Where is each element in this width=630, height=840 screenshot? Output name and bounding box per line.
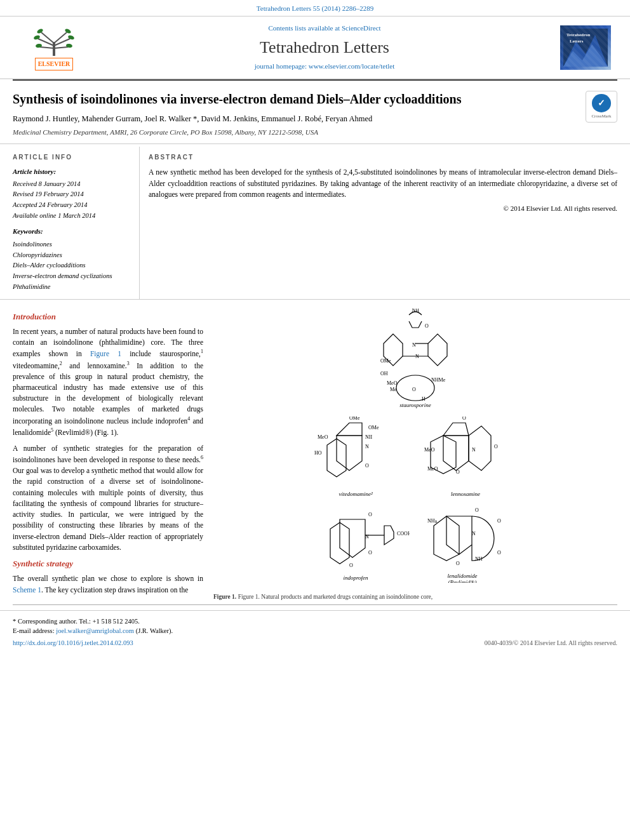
svg-marker-35 [337, 423, 362, 436]
keywords-label: Keywords: [13, 227, 133, 236]
keyword-5: Phthalimidine [13, 282, 133, 293]
staurosporine-molecule: NH N N Me [358, 309, 473, 410]
elsevier-tree-logo [22, 23, 86, 58]
email-name: (J.R. Walker). [136, 627, 173, 634]
svg-text:O: O [412, 387, 416, 392]
email-line: E-mail address: joel.walker@amriglobal.c… [13, 627, 617, 636]
scheme1-link[interactable]: Scheme 1 [13, 586, 41, 594]
lenalidomide-molecule: NH₂ O O NH O N O lenalidomide (Rev [415, 507, 516, 583]
lenalidomide-sublabel: (Revlimid®) [448, 579, 477, 583]
keywords-section: Keywords: Isoindolinones Chloropyridazin… [13, 227, 133, 292]
lennoxamine-svg: MeO MeO O O N O lennoxamine [418, 417, 516, 499]
body-left-column: Introduction In recent years, a number o… [13, 309, 203, 603]
svg-line-3 [40, 47, 54, 48]
revised-date: Revised 19 February 2014 [13, 190, 133, 199]
journal-homepage: journal homepage: www.elsevier.com/locat… [102, 62, 547, 71]
vitedomamine-svg: N NII O HO MeO OMe OMe vitedomamine² [314, 417, 413, 499]
article-title-text-block: Synthesis of isoindolinones via inverse-… [13, 91, 579, 137]
figure-1: NH N N Me [213, 309, 617, 603]
keyword-2: Chloropyridazines [13, 250, 133, 261]
journal-title: Tetrahedron Letters [102, 36, 547, 59]
email-link[interactable]: joel.walker@amriglobal.com [56, 627, 134, 634]
abstract-header: ABSTRACT [149, 153, 617, 162]
svg-text:N: N [365, 444, 369, 450]
svg-text:O: O [456, 469, 460, 475]
svg-text:N: N [472, 531, 476, 537]
svg-text:OMe: OMe [368, 425, 379, 430]
svg-text:OMe: OMe [349, 417, 360, 421]
crossmark-circle: ✓ [592, 94, 611, 112]
svg-text:MeO: MeO [424, 447, 435, 453]
svg-text:COOH: COOH [397, 531, 410, 537]
figure-label: Figure 1. [213, 594, 236, 600]
doi-link[interactable]: http://dx.doi.org/10.1016/j.tetlet.2014.… [13, 639, 133, 648]
keyword-1: Isoindolinones [13, 239, 133, 250]
footer-divider [13, 604, 617, 605]
svg-text:NH: NH [412, 309, 419, 313]
elsevier-footer-logo: http://dx.doi.org/10.1016/j.tetlet.2014.… [13, 639, 133, 648]
elsevier-brand-logo: ELSEVIER [35, 58, 74, 70]
sciencedirect-line: Contents lists available at ScienceDirec… [102, 23, 547, 33]
journal-logo-svg: Tetrahedron Letters [563, 29, 608, 67]
intro-heading: Introduction [13, 311, 203, 323]
svg-text:O: O [456, 561, 460, 566]
synthesis-word: synthesis [60, 500, 87, 507]
svg-text:MeO: MeO [387, 380, 398, 386]
keyword-3: Diels–Alder cycloadditions [13, 260, 133, 271]
svg-text:Me: Me [390, 387, 397, 392]
svg-text:OH: OH [380, 371, 388, 377]
article-title-section: Synthesis of isoindolinones via inverse-… [0, 81, 630, 144]
svg-text:O: O [349, 563, 353, 568]
article-info-abstract-section: ARTICLE INFO Article history: Received 8… [0, 147, 630, 300]
svg-marker-14 [563, 35, 608, 67]
svg-marker-45 [443, 423, 469, 436]
footer-bottom: http://dx.doi.org/10.1016/j.tetlet.2014.… [13, 639, 617, 648]
svg-text:MeO: MeO [318, 434, 328, 440]
vitedomamine-label: vitedomamine² [338, 491, 372, 497]
keywords-list: Isoindolinones Chloropyridazines Diels–A… [13, 239, 133, 293]
crossmark-badge[interactable]: ✓ CrossMark [586, 91, 617, 123]
email-label: E-mail address: [13, 627, 55, 634]
abstract-copyright: © 2014 Elsevier Ltd. All rights reserved… [149, 204, 617, 213]
vitedomamine-molecule: N NII O HO MeO OMe OMe vitedomamine² [314, 417, 413, 499]
svg-text:O: O [368, 512, 372, 517]
journal-header: ELSEVIER Contents lists available at Sci… [0, 17, 630, 79]
svg-marker-20 [428, 334, 447, 366]
article-main-title: Synthesis of isoindolinones via inverse-… [13, 91, 579, 107]
figure1-link[interactable]: Figure 1 [90, 350, 121, 357]
indoprofen-label: indoprofen [343, 575, 368, 581]
keyword-4: Inverse-electron demand cyclizations [13, 271, 133, 282]
the-word: The [13, 575, 24, 582]
author-affiliation: Medicinal Chemistry Department, AMRI, 26… [13, 128, 579, 137]
svg-text:O: O [497, 550, 501, 556]
accepted-date: Accepted 24 February 2014 [13, 201, 133, 210]
svg-text:O: O [462, 417, 466, 421]
abstract-column: ABSTRACT A new synthetic method has been… [140, 147, 617, 299]
svg-text:N: N [365, 534, 369, 540]
journal-logo-right: Tetrahedron Letters [554, 25, 617, 70]
svg-marker-57 [384, 526, 394, 545]
corresponding-author-note: * Corresponding author. Tel.: +1 518 512… [13, 617, 617, 627]
article-info-header: ARTICLE INFO [13, 153, 133, 162]
journal-brand-box: Tetrahedron Letters [560, 25, 611, 70]
svg-text:NHMe: NHMe [431, 377, 446, 383]
sciencedirect-link-text[interactable]: ScienceDirect [342, 24, 381, 32]
svg-text:NH₂: NH₂ [427, 518, 437, 524]
svg-marker-15 [563, 44, 608, 67]
lenalidomide-svg: NH₂ O O NH O N O lenalidomide (Rev [415, 507, 516, 583]
lennoxamine-molecule: MeO MeO O O N O lennoxamine [418, 417, 516, 499]
staurosporine-label: staurosporine [399, 402, 431, 408]
article-info-column: ARTICLE INFO Article history: Received 8… [13, 147, 140, 299]
body-right-column: NH N N Me [213, 309, 617, 603]
lennoxamine-label: lennoxamine [451, 491, 480, 497]
svg-text:HO: HO [314, 450, 322, 456]
svg-line-6 [54, 47, 68, 48]
svg-text:OMe: OMe [380, 358, 391, 364]
mol-row-2: N NII O HO MeO OMe OMe vitedomamine² [213, 417, 617, 499]
svg-text:N: N [472, 447, 476, 453]
synth-paragraph-1: The overall synthetic plan we chose to e… [13, 573, 203, 596]
svg-text:Tetrahedron: Tetrahedron [566, 32, 590, 37]
svg-rect-0 [53, 42, 55, 56]
svg-text:N: N [412, 342, 416, 348]
svg-marker-34 [337, 436, 362, 470]
